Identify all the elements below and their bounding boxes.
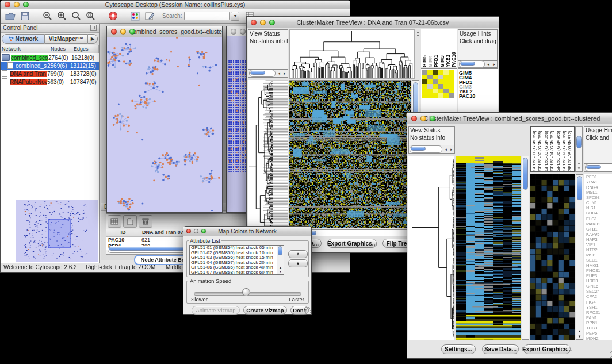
col-nodes[interactable]: Nodes	[49, 45, 72, 53]
map-dialog-titlebar[interactable]: Map Colors to Network	[183, 227, 311, 236]
tv1-similarity-matrix[interactable]	[422, 70, 457, 98]
tv2-column-label[interactable]: GPL51-07 (GSM868)	[561, 127, 567, 171]
minimize-button[interactable]	[194, 229, 198, 233]
network-table-row[interactable]: RNAPuberNov2+| 563(0) 107847(0)	[1, 78, 99, 86]
tv2-heatmap[interactable]	[456, 156, 521, 340]
vizmapper-button[interactable]	[129, 10, 141, 22]
select-attributes-button[interactable]	[108, 215, 121, 228]
minimize-button[interactable]	[420, 116, 426, 121]
close-button[interactable]	[251, 20, 257, 25]
gene-label[interactable]: PHO81	[586, 268, 612, 273]
main-titlebar[interactable]: Cytoscape Desktop (Session Name: collins…	[1, 1, 350, 9]
zoom-fit-button[interactable]	[70, 10, 82, 22]
tv2-zoom-scrollbar[interactable]: ▴ ▾	[576, 174, 583, 340]
matrix-cell[interactable]	[438, 75, 444, 79]
treeview2-titlebar[interactable]: ClusterMaker TreeView : combined_scores_…	[407, 113, 612, 124]
save-session-button[interactable]	[18, 10, 31, 22]
matrix-cell[interactable]	[449, 75, 455, 79]
tab-vizmapper[interactable]: VizMapper™	[45, 34, 88, 44]
tv1-column-label[interactable]: GIM3	[439, 29, 445, 67]
matrix-cell[interactable]	[449, 70, 455, 75]
matrix-cell[interactable]	[433, 70, 438, 75]
scroll-down-arrow[interactable]: ▾	[576, 166, 582, 171]
gene-label[interactable]: YRA1	[586, 179, 612, 185]
matrix-cell[interactable]	[443, 84, 449, 89]
open-session-button[interactable]	[4, 10, 17, 22]
tv2-save-data-button[interactable]: Save Data...	[482, 344, 519, 354]
gene-label[interactable]: MSL1	[586, 190, 612, 195]
scroll-left-arrow[interactable]: ◂	[485, 62, 491, 67]
matrix-cell[interactable]	[422, 70, 427, 75]
gene-label[interactable]: PAN1	[586, 315, 612, 320]
gene-label[interactable]: HAP3	[586, 237, 612, 242]
float-panel-icon[interactable]	[90, 25, 97, 31]
gene-label[interactable]: KAP95	[586, 232, 612, 237]
matrix-cell[interactable]	[438, 79, 444, 84]
close-button[interactable]	[411, 116, 417, 121]
col-network[interactable]: Network	[1, 45, 49, 53]
scroll-thumb[interactable]	[586, 165, 601, 169]
zoom-button[interactable]	[23, 2, 29, 7]
network-table-row[interactable]: combined_scores 2764(0) 16218(0)	[1, 53, 99, 62]
matrix-cell[interactable]	[427, 70, 433, 75]
attribute-list-scrollbar[interactable]: ▴ ▾	[277, 246, 284, 274]
gene-label[interactable]: YSH1	[586, 305, 612, 310]
scroll-right-arrow[interactable]: ▸	[449, 146, 454, 153]
matrix-cell[interactable]	[433, 79, 438, 84]
matrix-cell[interactable]	[427, 84, 433, 89]
tv2-status-scrollbar[interactable]: ◂▸	[409, 145, 454, 153]
scroll-thumb[interactable]	[278, 246, 282, 255]
scroll-track[interactable]	[459, 60, 485, 68]
move-up-button[interactable]: ∧	[288, 250, 308, 258]
zoom-in-button[interactable]	[55, 10, 68, 22]
treeview1-titlebar[interactable]: ClusterMaker TreeView : DNA and Tran 07-…	[247, 17, 499, 28]
gene-label[interactable]: TCB3	[586, 325, 612, 331]
scroll-track[interactable]	[585, 164, 612, 171]
gene-label[interactable]: NTR2	[586, 247, 612, 252]
tv1-column-label[interactable]: PFD1	[433, 29, 439, 67]
scroll-up-arrow[interactable]: ▴	[576, 161, 582, 166]
matrix-cell[interactable]	[443, 93, 449, 98]
gene-label[interactable]: MSI1	[586, 252, 612, 258]
minimize-button[interactable]	[120, 29, 126, 35]
tv2-row-dendrogram[interactable]	[408, 156, 454, 340]
tv1-row-dendrogram[interactable]	[248, 80, 288, 235]
scroll-track[interactable]	[410, 145, 442, 153]
scroll-thumb[interactable]	[460, 62, 475, 66]
matrix-cell[interactable]	[443, 75, 449, 79]
gene-label[interactable]: GTB1	[586, 227, 612, 232]
move-down-button[interactable]: ∨	[288, 259, 308, 267]
matrix-cell[interactable]	[438, 70, 444, 75]
attribute-item[interactable]: GPL51-07 (GSM868) heat shock 60 min	[190, 270, 284, 275]
new-attribute-button[interactable]	[123, 215, 137, 228]
matrix-cell[interactable]	[433, 84, 438, 89]
scroll-right-arrow[interactable]: ▸	[491, 62, 497, 67]
tv2-collabel-scrollbar[interactable]: ▴ ▾	[575, 126, 583, 172]
tv1-column-label[interactable]: GIM4	[427, 29, 433, 67]
matrix-cell[interactable]	[427, 89, 433, 93]
col-id[interactable]: ID	[106, 229, 140, 236]
gene-label[interactable]: BUD4	[586, 210, 612, 216]
vscroll-thumb[interactable]	[577, 176, 582, 200]
matrix-cell[interactable]	[422, 84, 427, 89]
matrix-cell[interactable]	[438, 93, 444, 98]
close-button[interactable]	[186, 229, 191, 233]
matrix-cell[interactable]	[449, 84, 455, 89]
scroll-right-arrow[interactable]: ▸	[282, 70, 288, 77]
tv2-column-label[interactable]: GPL51-06 (GSM865)	[556, 127, 561, 171]
delete-attribute-button[interactable]	[139, 215, 152, 228]
tv1-column-label[interactable]: GIM5	[422, 29, 427, 67]
tv2-settings-button[interactable]: Settings...	[441, 344, 476, 354]
scroll-thumb[interactable]	[250, 71, 265, 75]
gene-label[interactable]: RNR4	[586, 185, 612, 190]
matrix-cell[interactable]	[443, 89, 449, 93]
gene-label[interactable]: GPI16	[586, 283, 612, 289]
resize-grip[interactable]	[304, 307, 311, 313]
tv2-column-label[interactable]: GPL51-02 (GSM855)	[537, 127, 543, 171]
scroll-thumb[interactable]	[411, 147, 426, 151]
matrix-cell[interactable]	[422, 93, 427, 98]
matrix-cell[interactable]	[443, 79, 449, 84]
close-button[interactable]	[231, 29, 236, 35]
zoom-selected-button[interactable]	[84, 10, 97, 22]
network-table-row[interactable]: DNA and Tran 07 769(0) 183728(0)	[1, 70, 99, 78]
